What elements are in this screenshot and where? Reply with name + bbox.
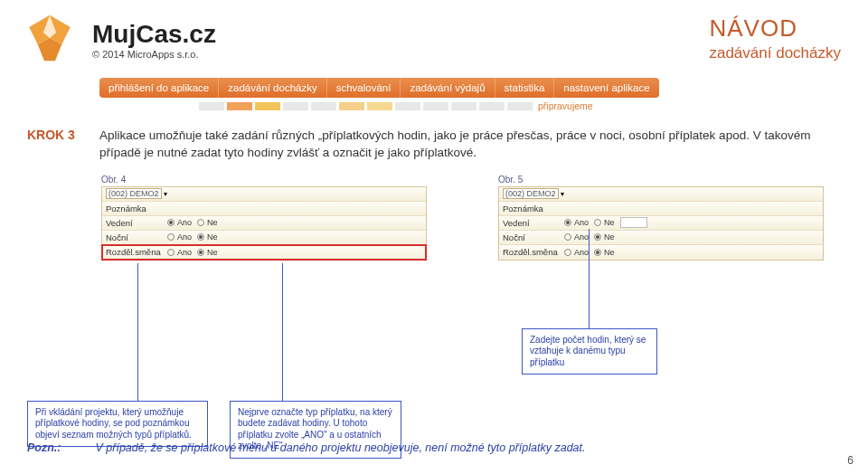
radio-vedeni-yes-2[interactable]: Ano (564, 218, 589, 227)
radio-vedeni-yes[interactable]: Ano (167, 218, 192, 227)
radio-vedeni-no-2[interactable]: Ne (594, 218, 615, 227)
radio-nocni-yes-2[interactable]: Ano (564, 232, 589, 242)
mini-form-left: (002) DEMO2 ▾ Poznámka Vedení Ano Ne Noč… (101, 186, 427, 261)
prep-cell (227, 102, 252, 110)
callout-hours-input: Zadejte počet hodin, který se vztahuje k… (522, 328, 657, 375)
tab-settings[interactable]: nastavení aplikace (554, 78, 658, 98)
prep-cell (367, 102, 392, 110)
dropdown-icon: ▾ (561, 190, 564, 198)
radio-rozd-yes[interactable]: Ano (167, 248, 192, 257)
logo-icon (18, 11, 81, 65)
dropdown-icon: ▾ (164, 190, 167, 198)
row-vedeni-label-2: Vedení (503, 218, 564, 228)
guide-heading: NÁVOD zadávání docházky (709, 11, 841, 65)
figure-4-label: Obr. 4 (101, 175, 471, 185)
step-label: KROK 3 (27, 128, 81, 162)
row-rozd-label-2: Rozděl.směna (503, 247, 564, 257)
figure-5: Obr. 5 (002) DEMO2 ▾ Poznámka Vedení Ano… (498, 175, 868, 261)
radio-nocni-no[interactable]: Ne (197, 232, 218, 242)
prep-cell (451, 102, 476, 110)
radio-rozd-yes-2[interactable]: Ano (564, 248, 589, 257)
prep-cell (311, 102, 336, 110)
project-select[interactable]: (002) DEMO2 (106, 188, 162, 199)
prep-cell (395, 102, 420, 110)
radio-nocni-no-2[interactable]: Ne (594, 232, 615, 242)
prep-cell (283, 102, 308, 110)
radio-rozd-no-2[interactable]: Ne (594, 248, 615, 257)
tabs-bar: přihlášení do aplikace zadávání docházky… (99, 78, 868, 111)
figure-5-label: Obr. 5 (498, 175, 868, 185)
tab-approval[interactable]: schvalování (327, 78, 401, 98)
leader-line (137, 263, 138, 401)
page-header: MujCas.cz © 2014 MicroApps s.r.o. NÁVOD … (0, 0, 868, 72)
prep-cell (479, 102, 505, 110)
prep-cell (423, 102, 448, 110)
tab-statistics[interactable]: statistika (495, 78, 555, 98)
prep-cell (507, 102, 533, 110)
radio-nocni-yes[interactable]: Ano (167, 232, 192, 242)
prep-cell (255, 102, 280, 110)
footer-note-text: V případě, že se příplatkové menu u dané… (96, 441, 586, 454)
tab-attendance[interactable]: zadávání docházky (219, 78, 326, 98)
page-number: 6 (847, 454, 854, 467)
preparing-label: připravujeme (538, 100, 593, 111)
mini-form-right: (002) DEMO2 ▾ Poznámka Vedení Ano Ne Noč… (498, 186, 824, 261)
footer-note-label: Pozn.: (27, 441, 61, 454)
step-block: KROK 3 Aplikace umožňuje také zadání růz… (0, 113, 868, 162)
radio-vedeni-no[interactable]: Ne (197, 218, 218, 227)
project-select-2[interactable]: (002) DEMO2 (503, 188, 559, 199)
leader-line (589, 229, 590, 328)
row-vedeni-label: Vedení (106, 218, 167, 228)
note-row-label-2: Poznámka (503, 204, 564, 213)
callout-project-list: Při vkládání projektu, který umožňuje př… (27, 401, 208, 448)
brand-title: MujCas.cz (92, 20, 216, 49)
row-nocni-label-2: Noční (503, 232, 564, 242)
brand-block: MujCas.cz © 2014 MicroApps s.r.o. (18, 11, 216, 65)
footer-note: Pozn.: V případě, že se příplatkové menu… (27, 441, 586, 454)
brand-copyright: © 2014 MicroApps s.r.o. (92, 49, 216, 60)
guide-title: NÁVOD (709, 14, 841, 43)
figure-4: Obr. 4 (002) DEMO2 ▾ Poznámka Vedení Ano… (101, 175, 471, 261)
row-rozd-label: Rozděl.směna (106, 247, 167, 257)
prep-cell (339, 102, 364, 110)
leader-line (282, 263, 283, 401)
tab-expenses[interactable]: zadávání výdajů (401, 78, 495, 98)
radio-rozd-no[interactable]: Ne (197, 248, 218, 257)
figures-row: Obr. 4 (002) DEMO2 ▾ Poznámka Vedení Ano… (101, 175, 868, 261)
tab-login[interactable]: přihlášení do aplikace (99, 78, 219, 98)
guide-subtitle: zadávání docházky (709, 44, 841, 62)
preparing-strip: připravujeme (199, 100, 868, 111)
row-nocni-label: Noční (106, 232, 167, 242)
prep-cell (199, 102, 224, 110)
hours-input-vedeni[interactable] (620, 217, 647, 228)
step-text: Aplikace umožňuje také zadání různých „p… (99, 128, 841, 162)
note-row-label: Poznámka (106, 204, 167, 213)
